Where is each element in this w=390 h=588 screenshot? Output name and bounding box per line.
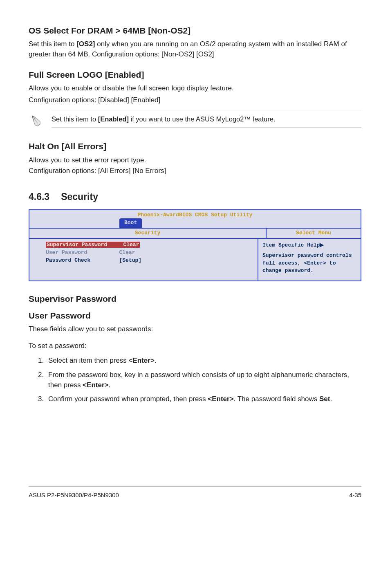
paragraph-halt-2: Configuration options: [All Errors] [No … — [29, 166, 361, 176]
bios-tab-row: Boot — [29, 220, 361, 229]
heading-user-password: User Password — [29, 310, 361, 322]
bios-help-title: Item Specific Help — [262, 242, 320, 248]
step-bold: <Enter> — [83, 381, 108, 389]
step-bold: Set — [319, 395, 330, 403]
note-text: Set this item to [Enabled] if you want t… — [52, 111, 361, 128]
step-3: Confirm your password when prompted, the… — [46, 394, 361, 404]
step-text: . — [108, 381, 110, 389]
footer-left: ASUS P2-P5N9300/P4-P5N9300 — [29, 491, 119, 500]
inline-bold: [OS2] — [76, 40, 95, 48]
note-bold: [Enabled] — [98, 115, 129, 123]
paragraph-halt-1: Allows you to set the error report type. — [29, 155, 361, 166]
bios-left-header: Security — [29, 229, 267, 238]
bios-item-user: User Password Clear — [46, 249, 253, 257]
note-callout: Set this item to [Enabled] if you want t… — [29, 111, 361, 131]
bios-item-value: Clear — [122, 242, 140, 248]
bios-setup-screenshot: Phoenix-AwardBIOS CMOS Setup Utility Boo… — [29, 209, 361, 281]
step-text: . — [155, 357, 157, 364]
paragraph-full-screen-2: Configuration options: [Disabled] [Enabl… — [29, 95, 361, 105]
bios-items-pane: Supervisor Password Clear User Password … — [29, 239, 258, 281]
heading-security-chapter: 4.6.3Security — [29, 190, 361, 204]
bios-subheader-row: Security Select Menu — [29, 229, 361, 239]
footer-right: 4-35 — [349, 491, 361, 500]
chapter-number: 4.6.3 — [29, 191, 49, 202]
bios-help-pane: Item Specific Help▶ Supervisor password … — [258, 239, 361, 281]
steps-list: Select an item then press <Enter>. From … — [29, 356, 361, 404]
bios-tab-boot: Boot — [119, 218, 142, 228]
bios-help-title-line: Item Specific Help▶ — [262, 241, 356, 249]
step-text: . The password field shows — [234, 395, 319, 403]
paragraph-pw-intro: These fields allow you to set passwords: — [29, 324, 361, 334]
step-bold: <Enter> — [208, 395, 233, 403]
bios-item-label: Supervisor Password — [46, 242, 108, 248]
paragraph-os-select: Set this item to [OS2] only when you are… — [29, 39, 361, 59]
heading-halt-on: Halt On [All Errors] — [29, 140, 361, 153]
paragraph-full-screen-1: Allows you to enable or disable the full… — [29, 83, 361, 94]
heading-os-select: OS Select For DRAM > 64MB [Non-OS2] — [29, 25, 361, 37]
step-1: Select an item then press <Enter>. — [46, 356, 361, 366]
note-pencil-icon — [29, 111, 44, 131]
bios-right-header: Select Menu — [267, 229, 361, 238]
bios-help-body: Supervisor password controls full access… — [262, 252, 356, 275]
step-text: . — [330, 395, 332, 403]
bios-item-value: Clear — [119, 249, 135, 256]
step-text: Select an item then press — [48, 357, 129, 364]
bios-title-bar: Phoenix-AwardBIOS CMOS Setup Utility — [29, 210, 361, 220]
note-pre: Set this item to — [52, 115, 98, 123]
paragraph-to-set: To set a password: — [29, 341, 361, 351]
step-text: Confirm your password when prompted, the… — [48, 395, 208, 403]
note-post: if you want to use the ASUS MyLogo2™ fea… — [129, 115, 276, 123]
bios-item-supervisor: Supervisor Password Clear — [46, 241, 253, 249]
heading-full-screen-logo: Full Screen LOGO [Enabled] — [29, 69, 361, 81]
bios-item-label: User Password — [46, 249, 87, 256]
triangle-right-icon: ▶ — [320, 242, 324, 248]
bios-item-value: [Setup] — [119, 257, 141, 263]
page-footer: ASUS P2-P5N9300/P4-P5N9300 4-35 — [29, 486, 361, 500]
heading-supervisor-password: Supervisor Password — [29, 293, 361, 305]
step-bold: <Enter> — [129, 357, 155, 364]
step-2: From the password box, key in a password… — [46, 370, 361, 390]
bios-item-label: Password Check — [46, 257, 90, 263]
bios-item-password-check: Password Check [Setup] — [46, 257, 253, 265]
chapter-title: Security — [61, 191, 98, 202]
